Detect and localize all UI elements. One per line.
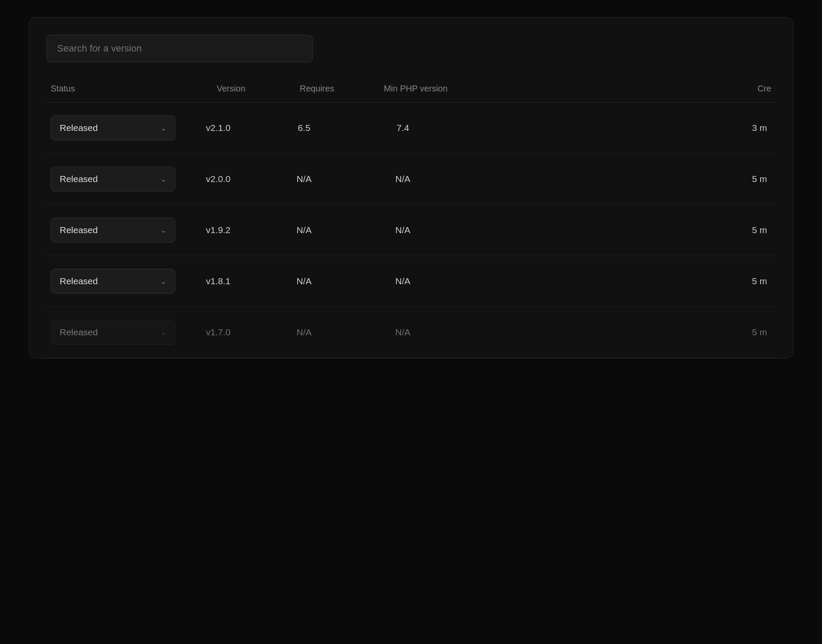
row-data-2: v1.9.2 N/A N/A 5 m (175, 225, 771, 235)
cell-requires-3: N/A (261, 276, 347, 286)
cell-created-2: 5 m (459, 225, 771, 235)
chevron-down-icon: ⌄ (161, 226, 166, 234)
header-version: Version (188, 84, 274, 94)
status-dropdown-4[interactable]: Released ⌄ (51, 320, 175, 345)
version-search-input[interactable] (46, 35, 313, 62)
cell-min-php-4: N/A (347, 327, 459, 337)
status-label: Released (60, 225, 98, 235)
cell-created-0: 3 m (459, 123, 771, 133)
header-created: Cre (472, 84, 771, 94)
table-row: Released ⌄ v2.0.0 N/A N/A 5 m (46, 154, 776, 205)
cell-requires-2: N/A (261, 225, 347, 235)
status-dropdown-1[interactable]: Released ⌄ (51, 167, 175, 191)
header-status: Status (51, 84, 188, 94)
row-data-1: v2.0.0 N/A N/A 5 m (175, 174, 771, 184)
cell-requires-0: 6.5 (261, 123, 347, 133)
row-data-3: v1.8.1 N/A N/A 5 m (175, 276, 771, 286)
cell-requires-1: N/A (261, 174, 347, 184)
table-row: Released ⌄ v1.7.0 N/A N/A 5 m (46, 307, 776, 358)
chevron-down-icon: ⌄ (161, 175, 166, 183)
header-min-php: Min PHP version (360, 84, 472, 94)
chevron-down-icon: ⌄ (161, 124, 166, 132)
table-body: Released ⌄ v2.1.0 6.5 7.4 3 m Released ⌄… (46, 103, 776, 358)
table-header: Status Version Requires Min PHP version … (46, 75, 776, 103)
versions-table: Status Version Requires Min PHP version … (46, 75, 776, 358)
cell-requires-4: N/A (261, 327, 347, 337)
cell-min-php-1: N/A (347, 174, 459, 184)
table-row: Released ⌄ v1.8.1 N/A N/A 5 m (46, 256, 776, 307)
row-data-0: v2.1.0 6.5 7.4 3 m (175, 123, 771, 133)
table-row: Released ⌄ v1.9.2 N/A N/A 5 m (46, 205, 776, 256)
chevron-down-icon: ⌄ (161, 277, 166, 286)
cell-version-0: v2.1.0 (175, 123, 261, 133)
status-label: Released (60, 174, 98, 184)
row-data-4: v1.7.0 N/A N/A 5 m (175, 327, 771, 337)
status-dropdown-0[interactable]: Released ⌄ (51, 115, 175, 140)
cell-version-2: v1.9.2 (175, 225, 261, 235)
cell-min-php-0: 7.4 (347, 123, 459, 133)
status-label: Released (60, 123, 98, 133)
cell-version-1: v2.0.0 (175, 174, 261, 184)
cell-created-1: 5 m (459, 174, 771, 184)
cell-created-3: 5 m (459, 276, 771, 286)
header-requires: Requires (274, 84, 360, 94)
cell-min-php-2: N/A (347, 225, 459, 235)
main-container: Status Version Requires Min PHP version … (29, 17, 793, 358)
cell-version-3: v1.8.1 (175, 276, 261, 286)
status-dropdown-3[interactable]: Released ⌄ (51, 269, 175, 294)
cell-created-4: 5 m (459, 327, 771, 337)
status-dropdown-2[interactable]: Released ⌄ (51, 218, 175, 243)
status-label: Released (60, 327, 98, 337)
table-row: Released ⌄ v2.1.0 6.5 7.4 3 m (46, 103, 776, 154)
cell-min-php-3: N/A (347, 276, 459, 286)
cell-version-4: v1.7.0 (175, 327, 261, 337)
chevron-down-icon: ⌄ (161, 328, 166, 337)
status-label: Released (60, 276, 98, 286)
